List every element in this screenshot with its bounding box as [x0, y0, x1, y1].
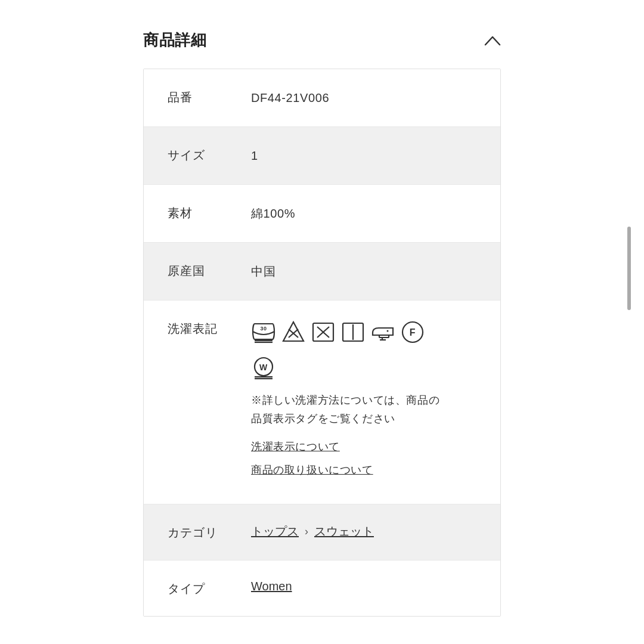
type-label: タイプ [168, 580, 251, 597]
page-container: 商品詳細 品番 DF44-21V006 サイズ 1 素材 綿100% 原産国 中… [0, 0, 644, 644]
origin-row: 原産国 中国 [144, 243, 500, 301]
svg-marker-4 [283, 322, 304, 341]
material-value: 綿100% [251, 204, 476, 223]
material-row: 素材 綿100% [144, 185, 500, 243]
care-label: 洗濯表記 [168, 320, 251, 337]
category-navigation: トップス › スウェット [251, 524, 374, 540]
scrollbar[interactable] [627, 227, 631, 310]
type-value-link[interactable]: Women [251, 580, 292, 593]
care-display-link[interactable]: 洗濯表示について [251, 438, 476, 456]
care-row: 洗濯表記 30 [144, 301, 500, 504]
size-label: サイズ [168, 146, 251, 163]
size-value: 1 [251, 146, 476, 165]
iron-symbol [370, 320, 395, 345]
no-tumble-dry-symbol [311, 320, 336, 345]
care-note: ※詳しい洗濯方法については、商品の 品質表示タグをご覧ください [251, 391, 476, 428]
care-content: 30 [251, 320, 476, 485]
product-number-value: DF44-21V006 [251, 88, 476, 107]
collapse-button[interactable] [484, 32, 501, 49]
dry-clean-symbol: F [400, 320, 425, 345]
no-bleach-symbol [281, 320, 306, 345]
care-symbols-group: 30 [251, 320, 476, 345]
line-dry-symbol [340, 320, 366, 345]
category-label: カテゴリ [168, 524, 251, 541]
category-parent-link[interactable]: トップス [251, 524, 299, 540]
origin-value: 中国 [251, 262, 476, 281]
product-details-card: 品番 DF44-21V006 サイズ 1 素材 綿100% 原産国 中国 洗濯表… [143, 69, 501, 617]
section-header: 商品詳細 [0, 30, 644, 69]
chevron-up-icon [484, 35, 501, 47]
svg-text:30: 30 [260, 326, 267, 332]
product-number-row: 品番 DF44-21V006 [144, 69, 500, 127]
origin-label: 原産国 [168, 262, 251, 279]
svg-point-15 [387, 330, 389, 332]
svg-text:W: W [259, 363, 268, 372]
wash-symbol: 30 [251, 320, 276, 345]
section-title: 商品詳細 [143, 30, 206, 51]
product-number-label: 品番 [168, 88, 251, 106]
category-child-link[interactable]: スウェット [314, 524, 374, 540]
care-symbols-row2: W [251, 355, 476, 380]
type-row: タイプ Women [144, 561, 500, 616]
category-arrow-icon: › [305, 525, 308, 538]
size-row: サイズ 1 [144, 127, 500, 185]
svg-rect-12 [379, 335, 389, 338]
care-handling-link[interactable]: 商品の取り扱いについて [251, 462, 476, 479]
material-label: 素材 [168, 204, 251, 221]
wet-clean-symbol: W [251, 355, 276, 380]
svg-text:F: F [410, 327, 416, 338]
category-row: カテゴリ トップス › スウェット [144, 504, 500, 561]
